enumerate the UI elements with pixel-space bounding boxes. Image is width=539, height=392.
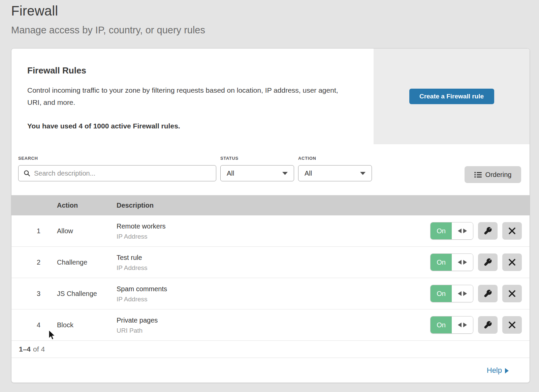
rule-description-cell: Test rule IP Address	[117, 253, 429, 272]
table-row: 2 Challenge Test rule IP Address On	[11, 247, 530, 278]
table-header: Action Description	[11, 195, 530, 215]
rule-description: Spam comments	[117, 284, 429, 294]
ordered-list-icon	[474, 172, 482, 178]
search-input-wrap	[18, 165, 216, 181]
edit-rule-button[interactable]	[478, 316, 498, 334]
toggle-arrows-icon[interactable]	[452, 222, 473, 239]
action-filter-group: ACTION All	[298, 156, 372, 195]
toggle-on-label[interactable]: On	[431, 222, 452, 239]
rule-enabled-toggle[interactable]: On	[430, 253, 473, 271]
toggle-on-label[interactable]: On	[431, 254, 452, 271]
section-description: Control incoming traffic to your zone by…	[27, 84, 351, 109]
rule-controls: On	[429, 222, 530, 240]
toggle-arrows-icon[interactable]	[452, 254, 473, 271]
rule-match-field: IP Address	[117, 264, 429, 272]
create-firewall-rule-button[interactable]: Create a Firewall rule	[409, 89, 494, 104]
table-row: 3 JS Challenge Spam comments IP Address …	[11, 278, 530, 309]
rule-action: Challenge	[57, 259, 117, 266]
toggle-on-label[interactable]: On	[431, 285, 452, 302]
help-link[interactable]: Help	[487, 366, 509, 375]
edit-rule-button[interactable]	[478, 285, 498, 302]
hero-action-panel: Create a Firewall rule	[374, 49, 530, 144]
edit-rule-button[interactable]	[478, 222, 498, 240]
rule-enabled-toggle[interactable]: On	[430, 222, 473, 240]
rule-action: Allow	[57, 227, 117, 235]
pagination-total: of 4	[33, 345, 45, 353]
hero-text-block: Firewall Rules Control incoming traffic …	[11, 49, 374, 144]
rule-description: Remote workers	[117, 222, 429, 231]
search-icon	[24, 170, 30, 177]
action-select[interactable]: All	[298, 165, 372, 181]
search-label: SEARCH	[18, 156, 216, 161]
rule-description-cell: Remote workers IP Address	[117, 222, 429, 240]
chevron-down-icon	[360, 172, 366, 175]
rule-priority: 2	[11, 259, 57, 266]
action-selected-value: All	[305, 170, 312, 177]
delete-rule-button[interactable]	[502, 222, 522, 240]
toggle-arrows-icon[interactable]	[452, 316, 473, 333]
page-header: Firewall Manage access by IP, country, o…	[11, 3, 205, 36]
wrench-icon	[484, 227, 492, 235]
help-link-label: Help	[487, 366, 502, 375]
search-filter-group: SEARCH	[18, 156, 216, 195]
status-label: STATUS	[220, 156, 294, 161]
rule-description-cell: Private pages URI Path	[117, 316, 429, 334]
rule-priority: 4	[11, 321, 57, 329]
action-label: ACTION	[298, 156, 372, 161]
rule-priority: 1	[11, 227, 57, 235]
help-row: Help	[11, 358, 530, 383]
filter-bar: SEARCH STATUS All ACTION All	[11, 144, 530, 195]
section-title: Firewall Rules	[27, 65, 353, 76]
close-icon	[508, 290, 516, 297]
wrench-icon	[484, 321, 492, 329]
table-row: 1 Allow Remote workers IP Address On	[11, 215, 530, 247]
rule-match-field: URI Path	[117, 327, 429, 334]
delete-rule-button[interactable]	[502, 285, 522, 302]
rule-description: Test rule	[117, 253, 429, 262]
rule-controls: On	[429, 285, 530, 302]
table-row: 4 Block Private pages URI Path On	[11, 309, 530, 341]
rule-action: JS Challenge	[57, 290, 117, 298]
rule-action: Block	[57, 321, 117, 329]
rule-match-field: IP Address	[117, 296, 429, 303]
table-body: 1 Allow Remote workers IP Address On	[11, 215, 530, 341]
delete-rule-button[interactable]	[502, 253, 522, 271]
ordering-button[interactable]: Ordering	[465, 166, 521, 183]
arrow-right-icon	[505, 368, 509, 373]
status-select[interactable]: All	[220, 165, 294, 181]
rule-priority: 3	[11, 290, 57, 298]
page-subtitle: Manage access by IP, country, or query r…	[11, 25, 205, 36]
rule-controls: On	[429, 253, 530, 271]
ordering-button-label: Ordering	[485, 171, 512, 179]
firewall-rules-card: Firewall Rules Control incoming traffic …	[11, 48, 530, 383]
page-title: Firewall	[11, 3, 205, 19]
status-selected-value: All	[227, 170, 234, 177]
close-icon	[508, 259, 516, 266]
delete-rule-button[interactable]	[502, 316, 522, 334]
description-column-header: Description	[117, 202, 429, 209]
status-filter-group: STATUS All	[220, 156, 294, 195]
search-input[interactable]	[18, 165, 216, 181]
chevron-down-icon	[282, 172, 288, 175]
rule-description: Private pages	[117, 316, 429, 325]
rule-controls: On	[429, 316, 530, 334]
close-icon	[508, 321, 516, 329]
action-column-header: Action	[57, 202, 117, 209]
rule-enabled-toggle[interactable]: On	[430, 285, 473, 302]
toggle-on-label[interactable]: On	[431, 316, 452, 333]
wrench-icon	[484, 290, 492, 298]
hero-section: Firewall Rules Control incoming traffic …	[11, 49, 530, 144]
edit-rule-button[interactable]	[478, 253, 498, 271]
close-icon	[508, 227, 516, 235]
wrench-icon	[484, 258, 492, 266]
toggle-arrows-icon[interactable]	[452, 285, 473, 302]
rule-enabled-toggle[interactable]: On	[430, 316, 473, 334]
pagination-row: 1–4 of 4	[11, 341, 530, 358]
rule-match-field: IP Address	[117, 233, 429, 240]
usage-summary: You have used 4 of 1000 active Firewall …	[27, 122, 353, 130]
pagination-range: 1–4	[19, 345, 31, 353]
rule-description-cell: Spam comments IP Address	[117, 284, 429, 303]
